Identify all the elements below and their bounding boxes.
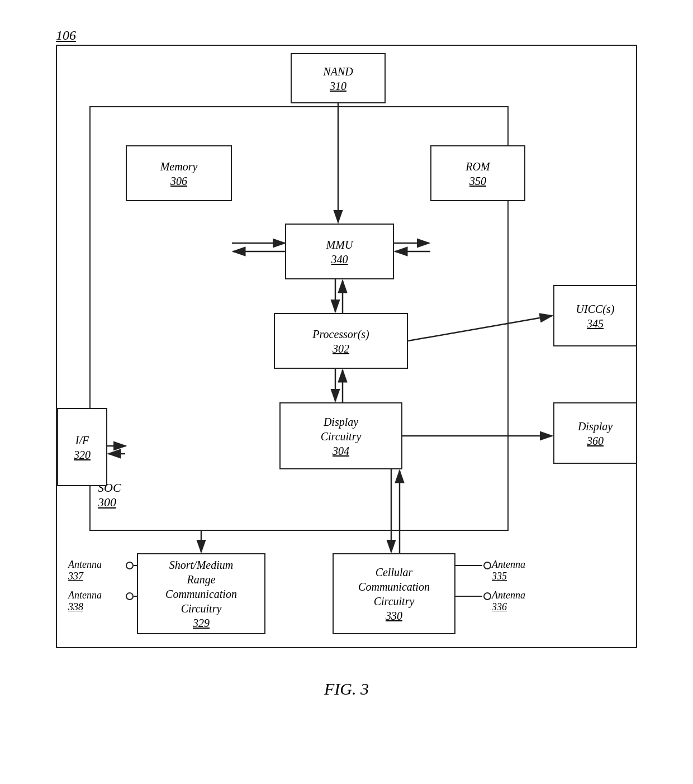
antenna-335-circle [483, 562, 491, 569]
page: 106 SOC 300 NAND 310 Memory 306 ROM 350 … [0, 0, 693, 784]
processor-label: Processor(s) [312, 327, 369, 341]
display-circ-num: 304 [333, 445, 349, 458]
display-circ-label: DisplayCircuitry [321, 415, 362, 444]
rom-block: ROM 350 [430, 145, 525, 201]
antenna-338-circle [126, 592, 134, 600]
uicc-num: 345 [587, 317, 604, 330]
antenna-337-label: Antenna 337 [68, 559, 102, 582]
display-block: Display 360 [553, 402, 637, 464]
mmu-num: 340 [331, 253, 348, 266]
mmu-label: MMU [326, 237, 353, 252]
antenna-338-label: Antenna 338 [68, 590, 102, 613]
processor-num: 302 [333, 343, 349, 355]
mmu-block: MMU 340 [285, 224, 394, 279]
label-106: 106 [56, 28, 76, 43]
cellular-num: 330 [386, 610, 402, 623]
diagram-container: 106 SOC 300 NAND 310 Memory 306 ROM 350 … [39, 22, 654, 710]
memory-num: 306 [170, 175, 187, 188]
display-num: 360 [587, 435, 604, 448]
antenna-336-circle [483, 592, 491, 600]
rom-label: ROM [466, 159, 490, 174]
uicc-label: UICC(s) [576, 302, 615, 316]
rom-num: 350 [469, 175, 486, 188]
short-range-block: Short/MediumRangeCommunicationCircuitry … [137, 553, 265, 634]
if-num: 320 [74, 449, 91, 462]
nand-block: NAND 310 [291, 53, 386, 103]
uicc-block: UICC(s) 345 [553, 285, 637, 346]
short-range-num: 329 [193, 617, 210, 630]
if-block: I/F 320 [57, 408, 107, 486]
fig-label: FIG. 3 [324, 680, 369, 699]
cellular-label: CellularCommunicationCircuitry [358, 565, 430, 609]
memory-label: Memory [160, 159, 198, 174]
antenna-335-label: Antenna 335 [492, 559, 525, 582]
if-label: I/F [75, 433, 89, 448]
processor-block: Processor(s) 302 [274, 313, 408, 369]
nand-num: 310 [330, 80, 346, 93]
memory-block: Memory 306 [126, 145, 232, 201]
antenna-337-circle [126, 562, 134, 569]
cellular-block: CellularCommunicationCircuitry 330 [333, 553, 455, 634]
display-label: Display [578, 419, 613, 434]
display-circ-block: DisplayCircuitry 304 [279, 402, 402, 469]
short-range-label: Short/MediumRangeCommunicationCircuitry [165, 558, 237, 616]
antenna-336-label: Antenna 336 [492, 590, 525, 613]
nand-label: NAND [323, 64, 353, 79]
